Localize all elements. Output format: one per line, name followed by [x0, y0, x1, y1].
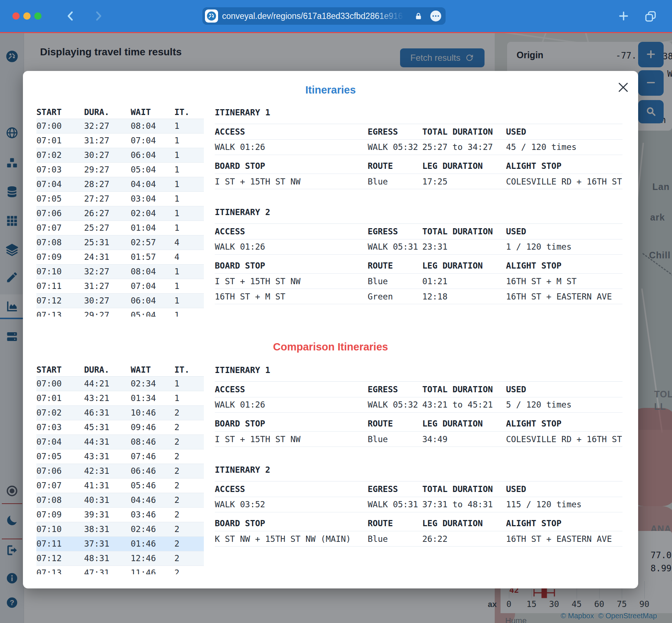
- primary-itinerary-details: ITINERARY 1ACCESSEGRESSTOTAL DURATIONUSE…: [215, 106, 622, 304]
- summary-header: ACCESS: [215, 382, 368, 397]
- back-icon[interactable]: [64, 9, 77, 23]
- legs-cell: 34:49: [422, 432, 506, 447]
- schedule-cell: 07:04: [131, 279, 174, 293]
- schedule-row[interactable]: 07:1131:2707:041: [36, 279, 204, 293]
- site-favicon-icon: [205, 9, 218, 23]
- lock-icon: [414, 12, 423, 22]
- schedule-row[interactable]: 07:1137:3101:462: [36, 536, 204, 551]
- schedule-cell: 07:13: [36, 566, 84, 574]
- schedule-cell: 48:31: [84, 551, 131, 566]
- schedule-cell: 07:09: [36, 507, 84, 522]
- schedule-row[interactable]: 07:1032:2708:041: [36, 264, 204, 279]
- schedule-row[interactable]: 07:0543:3107:462: [36, 449, 204, 464]
- summary-cell: 115 / 120 times: [506, 497, 622, 512]
- summary-cell: WALK 05:31: [368, 497, 422, 512]
- schedule-row[interactable]: 07:0725:2701:041: [36, 221, 204, 235]
- schedule-row[interactable]: 07:1230:2706:041: [36, 293, 204, 308]
- legs-row: I ST + 15TH ST NWBlue34:49COLESVILLE RD …: [215, 432, 622, 447]
- legs-header: BOARD STOP: [215, 258, 368, 274]
- schedule-cell: 1: [174, 162, 204, 177]
- schedule-cell: 46:31: [84, 405, 131, 420]
- schedule-row[interactable]: 07:0329:2705:041: [36, 162, 204, 177]
- schedule-row[interactable]: 07:1248:3112:462: [36, 551, 204, 566]
- minimize-window-button[interactable]: [23, 12, 31, 20]
- summary-cell: WALK 01:26: [215, 239, 368, 254]
- schedule-cell: 02:57: [131, 235, 174, 250]
- schedule-row[interactable]: 07:1347:3111:462: [36, 566, 204, 574]
- summary-header: ACCESS: [215, 481, 368, 497]
- schedule-cell: 2: [174, 493, 204, 507]
- summary-header: USED: [506, 481, 622, 497]
- summary-table: ACCESSEGRESSTOTAL DURATIONUSEDWALK 03:52…: [215, 481, 622, 512]
- schedule-cell: 40:31: [84, 493, 131, 507]
- schedule-column-header: WAIT: [131, 106, 174, 119]
- close-icon[interactable]: [616, 80, 630, 94]
- schedule-cell: 1: [174, 119, 204, 133]
- schedule-column-header: WAIT: [131, 363, 174, 376]
- schedule-row[interactable]: 07:0345:3109:462: [36, 420, 204, 434]
- schedule-row[interactable]: 07:0230:2706:041: [36, 148, 204, 162]
- schedule-row[interactable]: 07:1038:3102:462: [36, 522, 204, 536]
- legs-cell: 16TH ST + EASTERN AVE: [506, 289, 622, 304]
- schedule-row[interactable]: 07:0741:3105:462: [36, 478, 204, 493]
- zoom-window-button[interactable]: [34, 12, 41, 20]
- summary-row: WALK 01:26WALK 05:3243:21 to 45:215 / 12…: [215, 397, 622, 412]
- schedule-row[interactable]: 07:0032:2708:041: [36, 119, 204, 133]
- schedule-cell: 01:04: [131, 221, 174, 235]
- schedule-cell: 07:46: [131, 449, 174, 464]
- legs-cell: Blue: [368, 432, 422, 447]
- legs-cell: COLESVILLE RD + 16TH ST: [506, 432, 622, 447]
- schedule-row[interactable]: 07:0246:3110:462: [36, 405, 204, 420]
- schedule-cell: 27:27: [84, 191, 131, 206]
- schedule-row[interactable]: 07:0939:3103:462: [36, 507, 204, 522]
- schedule-cell: 02:46: [131, 522, 174, 536]
- schedule-row[interactable]: 07:0642:3106:462: [36, 464, 204, 478]
- schedule-row[interactable]: 07:0840:3104:462: [36, 493, 204, 507]
- legs-cell: 26:22: [422, 531, 506, 547]
- legs-cell: I ST + 15TH ST NW: [215, 274, 368, 289]
- comparison-itinerary-details: ITINERARY 1ACCESSEGRESSTOTAL DURATIONUSE…: [215, 363, 622, 547]
- schedule-cell: 43:31: [84, 449, 131, 464]
- schedule-cell: 38:31: [84, 522, 131, 536]
- schedule-row[interactable]: 07:0044:2102:341: [36, 376, 204, 391]
- schedule-cell: 32:27: [84, 119, 131, 133]
- legs-header: ROUTE: [368, 159, 422, 174]
- schedule-cell: 32:27: [84, 264, 131, 279]
- new-tab-icon[interactable]: [617, 9, 630, 23]
- legs-cell: I ST + 15TH ST NW: [215, 432, 368, 447]
- legs-header: BOARD STOP: [215, 416, 368, 432]
- address-bar[interactable]: conveyal.dev/regions/617a18ed33cfbd2861e…: [202, 7, 446, 25]
- forward-icon[interactable]: [92, 9, 105, 23]
- summary-cell: 23:31: [422, 239, 506, 254]
- url-fade: [375, 7, 404, 25]
- schedule-row[interactable]: 07:0428:2704:041: [36, 177, 204, 191]
- schedule-row[interactable]: 07:1329:2705:041: [36, 308, 204, 317]
- schedule-cell: 12:46: [131, 551, 174, 566]
- reader-options-icon[interactable]: [430, 11, 441, 21]
- schedule-row[interactable]: 07:0626:2702:041: [36, 206, 204, 221]
- schedule-row[interactable]: 07:0825:3102:574: [36, 235, 204, 250]
- schedule-cell: 01:46: [131, 536, 174, 551]
- schedule-row[interactable]: 07:0131:2707:041: [36, 133, 204, 148]
- schedule-cell: 08:46: [131, 434, 174, 449]
- schedule-row[interactable]: 07:0924:3101:574: [36, 250, 204, 264]
- tab-overview-icon[interactable]: [644, 10, 657, 23]
- schedule-cell: 2: [174, 507, 204, 522]
- schedule-row[interactable]: 07:0143:2101:341: [36, 391, 204, 405]
- summary-cell: 37:31 to 48:31: [422, 497, 506, 512]
- schedule-cell: 07:03: [36, 162, 84, 177]
- schedule-row[interactable]: 07:0527:2703:041: [36, 191, 204, 206]
- legs-table: BOARD STOPROUTELEG DURATIONALIGHT STOPK …: [215, 516, 622, 547]
- schedule-cell: 2: [174, 464, 204, 478]
- summary-cell: WALK 01:26: [215, 139, 368, 155]
- legs-row: K ST NW + 15TH ST NW (MAIN)Blue26:2216TH…: [215, 531, 622, 547]
- schedule-cell: 07:05: [36, 191, 84, 206]
- schedule-row[interactable]: 07:0444:3108:462: [36, 434, 204, 449]
- legs-header: BOARD STOP: [215, 516, 368, 531]
- schedule-cell: 03:46: [131, 507, 174, 522]
- close-window-button[interactable]: [12, 12, 20, 20]
- legs-header: ALIGHT STOP: [506, 516, 622, 531]
- schedule-cell: 05:04: [131, 162, 174, 177]
- summary-cell: WALK 05:31: [368, 239, 422, 254]
- schedule-cell: 07:10: [36, 522, 84, 536]
